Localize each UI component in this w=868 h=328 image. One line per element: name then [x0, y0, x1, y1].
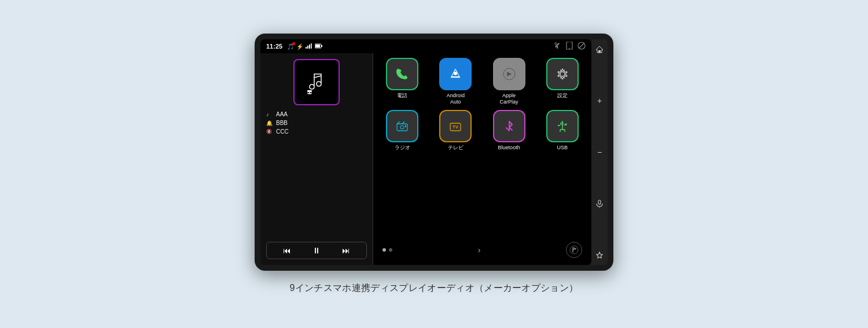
track-item: 🔇 CCC [266, 128, 367, 135]
svg-point-22 [560, 72, 565, 76]
dot-active [382, 248, 386, 252]
app-android-auto[interactable]: AndroidAuto [431, 58, 480, 105]
volume-down-button[interactable]: − [593, 146, 606, 159]
svg-rect-14 [307, 90, 312, 92]
pause-button[interactable]: ⏸ [312, 246, 321, 255]
radio-icon-bg [386, 110, 418, 142]
radio-label: ラジオ [395, 145, 410, 151]
status-bar: 11:25 🎵 ⚡ [260, 39, 591, 53]
prev-button[interactable]: ⏮ [283, 246, 291, 255]
player-controls[interactable]: ⏮ ⏸ ⏭ [266, 242, 367, 259]
svg-rect-6 [315, 45, 320, 47]
next-button[interactable]: ⏭ [342, 246, 350, 255]
favorite-button[interactable] [593, 249, 606, 261]
app-radio[interactable]: ラジオ [378, 110, 426, 151]
svg-rect-2 [309, 45, 310, 49]
android-auto-icon-bg [439, 58, 472, 90]
svg-rect-1 [307, 46, 308, 49]
device-wrapper: 11:25 🎵 ⚡ [255, 34, 613, 294]
track-title-1: AAA [276, 111, 288, 117]
wrench-icon [553, 42, 561, 51]
svg-text:TV: TV [453, 124, 459, 130]
svg-rect-41 [598, 200, 601, 204]
track-title-2: BBB [276, 120, 288, 126]
tv-label: テレビ [448, 145, 464, 151]
status-left: 11:25 🎵 ⚡ [266, 43, 323, 50]
svg-rect-8 [557, 46, 558, 49]
track-item: ♪ AAA [266, 111, 367, 117]
volume-up-button[interactable]: + [593, 94, 606, 107]
app-usb[interactable]: USB [538, 110, 587, 151]
bell-icon: 🔔 [266, 120, 273, 126]
signal-icon [306, 43, 312, 50]
app-grid-row1: 電話 AndroidAuto [378, 58, 587, 105]
battery-icon [315, 43, 323, 50]
album-art [293, 59, 340, 105]
carplay-icon-bg [493, 58, 525, 90]
dot-inactive [389, 248, 392, 252]
svg-line-13 [579, 43, 584, 49]
svg-rect-3 [311, 43, 312, 49]
music-nav-button[interactable] [566, 242, 582, 258]
bluetooth-icon-bg [493, 110, 525, 142]
device-caption: 9インチスマホ連携ディスプレイオーディオ（メーカーオプション） [290, 282, 579, 294]
main-area: ♪ AAA 🔔 BBB 🔇 CCC ⏮ [260, 53, 591, 265]
page-dots [382, 248, 392, 252]
svg-point-19 [454, 72, 457, 75]
svg-rect-0 [306, 47, 307, 49]
svg-point-39 [570, 246, 578, 254]
app-carplay[interactable]: AppleCarPlay [485, 58, 534, 105]
track-list: ♪ AAA 🔔 BBB 🔇 CCC [266, 111, 367, 236]
svg-rect-36 [558, 125, 560, 126]
phone-icon-bg [386, 58, 418, 90]
carplay-label: AppleCarPlay [500, 93, 518, 105]
now-playing-panel: ♪ AAA 🔔 BBB 🔇 CCC ⏮ [260, 53, 373, 265]
status-right [553, 42, 586, 51]
svg-rect-34 [561, 123, 563, 124]
tv-icon-bg: TV [439, 110, 472, 142]
time-display: 11:25 [266, 43, 282, 50]
settings-label: 設定 [557, 93, 568, 99]
svg-rect-40 [598, 50, 601, 53]
next-page-arrow[interactable]: › [478, 245, 481, 255]
car-display-device: 11:25 🎵 ⚡ [255, 34, 613, 271]
track-title-3: CCC [276, 128, 289, 135]
phone-label: 電話 [397, 93, 407, 99]
app-tv[interactable]: TV テレビ [431, 110, 480, 151]
phone-frame-icon [566, 42, 573, 51]
settings-icon-bg [546, 58, 579, 90]
side-button-panel: + − [591, 39, 608, 265]
app-bluetooth[interactable]: Bluetooth [485, 110, 534, 151]
svg-rect-5 [321, 45, 322, 47]
bottom-nav-bar: › [378, 239, 587, 260]
app-grid-panel: 電話 AndroidAuto [373, 53, 591, 265]
bluetooth-label: Bluetooth [498, 145, 520, 151]
app-grid-row2: ラジオ TV テレビ [378, 110, 587, 151]
device-screen: 11:25 🎵 ⚡ [260, 39, 591, 265]
track-item: 🔔 BBB [266, 120, 367, 126]
svg-marker-21 [507, 72, 512, 76]
no-symbol-icon [578, 42, 586, 51]
usb-label: USB [557, 145, 568, 151]
voice-button[interactable] [593, 197, 606, 210]
svg-rect-9 [555, 43, 557, 45]
home-side-button[interactable] [593, 43, 606, 56]
android-auto-label: AndroidAuto [447, 93, 465, 105]
app-phone[interactable]: 電話 [378, 58, 426, 105]
music-status-icon: 🎵 [287, 43, 294, 50]
svg-point-38 [565, 123, 567, 124]
music-icon: ♪ [266, 112, 273, 117]
bluetooth-status-icon: ⚡ [296, 43, 303, 50]
app-settings[interactable]: 設定 [538, 58, 587, 105]
usb-icon-bg [546, 110, 579, 142]
svg-point-24 [400, 126, 404, 129]
svg-rect-27 [405, 125, 406, 127]
mute-icon: 🔇 [266, 129, 273, 134]
